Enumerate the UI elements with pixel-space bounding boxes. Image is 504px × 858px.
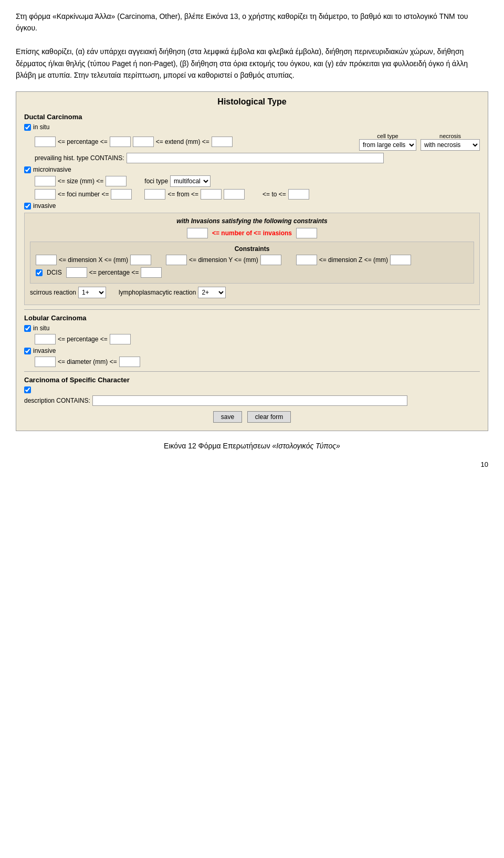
dcis-checkbox[interactable]	[36, 269, 43, 276]
in-situ-label: in situ	[33, 123, 49, 131]
invasions-label: <= number of <= invasions	[212, 229, 292, 237]
reaction-row: scirrous reaction 1+ 2+ 3+ none lymphopl…	[30, 287, 474, 298]
from-val[interactable]	[224, 189, 245, 200]
lobular-diameter-row: <= diameter (mm) <=	[35, 357, 480, 367]
save-button[interactable]: save	[213, 411, 242, 423]
scirrous-select[interactable]: 1+ 2+ 3+ none	[78, 287, 106, 298]
invasions-max[interactable]	[296, 228, 317, 238]
cell-type-col-label: cell type	[377, 133, 398, 139]
from-max[interactable]	[201, 189, 222, 200]
form-buttons: save clear form	[24, 411, 480, 423]
in-situ-details-row: <= percentage <= <= extend (mm) <= cell …	[35, 133, 480, 151]
intro-paragraph1: Στη φόρμα «Καρκίνωμα Άλλα» (Carcinoma, O…	[16, 11, 488, 34]
size-max[interactable]	[106, 176, 127, 186]
lympho-label: lymphoplasmacytic reaction	[119, 289, 196, 296]
dim-x-max[interactable]	[130, 255, 151, 265]
foci-type-label: foci type	[144, 177, 168, 185]
lobular-in-situ-row: in situ	[24, 325, 480, 332]
dcis-pct-max[interactable]	[141, 267, 162, 278]
necrosis-select[interactable]: with necrosis without necrosis comedo	[421, 139, 480, 151]
lobular-diam-max[interactable]	[119, 357, 140, 367]
figure-caption: Εικόνα 12 Φόρμα Επερωτήσεων «Ιστολογικός…	[16, 442, 488, 450]
invasive-row: invasive	[24, 202, 480, 210]
dim-z-label: <= dimension Z <= (mm)	[319, 256, 388, 264]
invasive-checkbox[interactable]	[24, 203, 31, 210]
prevailing-label: prevailing hist. type CONTAINS:	[35, 154, 124, 162]
carcinoma-specific-checkbox[interactable]	[24, 386, 31, 393]
microinvasive-row: microinvasive	[24, 166, 480, 173]
in-situ-pct-label: <= percentage <=	[58, 138, 108, 145]
invasive-label: invasive	[33, 202, 56, 210]
to-val[interactable]	[288, 189, 309, 200]
lobular-invasive-checkbox[interactable]	[24, 348, 31, 354]
lobular-pct-label: <= percentage <=	[58, 336, 108, 343]
from-min[interactable]	[144, 189, 165, 200]
microinvasive-label: microinvasive	[33, 166, 71, 173]
dim-y-max[interactable]	[260, 255, 281, 265]
intro-section: Στη φόρμα «Καρκίνωμα Άλλα» (Carcinoma, O…	[16, 11, 488, 81]
in-situ-checkbox[interactable]	[24, 124, 31, 131]
foci-number-label: <= foci number <=	[58, 191, 109, 198]
microinvasive-checkbox[interactable]	[24, 166, 31, 173]
form-title: Histological Type	[24, 97, 480, 107]
to-label: <= to <=	[262, 191, 286, 198]
in-situ-extend-label: <= extend (mm) <=	[156, 138, 209, 145]
ductal-carcinoma-header: Ductal Carcinoma	[24, 113, 480, 121]
constraints-title: Constraints	[36, 245, 468, 253]
lobular-diam-label: <= diameter (mm) <=	[58, 358, 117, 365]
foci-num-min[interactable]	[35, 189, 56, 200]
dcis-label: DCIS	[47, 269, 62, 276]
constraints-box: Constraints <= dimension X <= (mm) <= di…	[30, 242, 474, 284]
dcis-pct-min[interactable]	[66, 267, 87, 278]
dim-z-min[interactable]	[296, 255, 317, 265]
description-input[interactable]	[92, 395, 407, 406]
histological-type-form: Histological Type Ductal Carcinoma in si…	[16, 91, 488, 431]
dcis-pct-label: <= percentage <=	[89, 269, 139, 276]
cell-type-select[interactable]: from large cells from small cells mixed	[359, 139, 416, 151]
in-situ-pct-min[interactable]	[35, 137, 56, 147]
dim-z-max[interactable]	[390, 255, 411, 265]
invasive-subsection: with Invasions satisfying the following …	[24, 213, 480, 305]
lympho-select[interactable]: 1+ 2+ 3+ none	[198, 287, 226, 298]
description-row: description CONTAINS:	[24, 395, 480, 406]
in-situ-extend-max[interactable]	[212, 137, 233, 147]
invasions-min[interactable]	[187, 228, 208, 238]
constraints-subtitle: with Invasions satisfying the following …	[30, 217, 474, 225]
in-situ-extend-min[interactable]	[133, 137, 154, 147]
lobular-diam-min[interactable]	[35, 357, 56, 367]
foci-num-max[interactable]	[111, 189, 132, 200]
lobular-pct-min[interactable]	[35, 334, 56, 344]
foci-type-select[interactable]: multifocal unifocal bilateral	[170, 175, 211, 187]
dimension-row: <= dimension X <= (mm) <= dimension Y <=…	[36, 255, 468, 265]
prevailing-input[interactable]	[127, 153, 384, 163]
carcinoma-specific-checkbox-row	[24, 386, 480, 393]
page-number: 10	[16, 461, 488, 468]
size-min[interactable]	[35, 176, 56, 186]
invasions-num-row: <= number of <= invasions	[30, 228, 474, 238]
microinvasive-size-row: <= size (mm) <= foci type multifocal uni…	[35, 175, 480, 187]
lobular-in-situ-label: in situ	[33, 325, 49, 332]
dim-y-min[interactable]	[166, 255, 187, 265]
in-situ-row: in situ	[24, 123, 480, 131]
description-label: description CONTAINS:	[24, 397, 90, 404]
intro-paragraph2: Επίσης καθορίζει, (α) εάν υπάρχει αγγεια…	[16, 46, 488, 81]
necrosis-col-label: necrosis	[439, 133, 461, 139]
from-label: <= from <=	[167, 191, 198, 198]
clear-button[interactable]: clear form	[247, 411, 291, 423]
lobular-carcinoma-header: Lobular Carcinoma	[24, 314, 480, 322]
lobular-pct-max[interactable]	[110, 334, 131, 344]
lobular-in-situ-checkbox[interactable]	[24, 325, 31, 332]
size-label: <= size (mm) <=	[58, 177, 103, 185]
in-situ-pct-max[interactable]	[110, 137, 131, 147]
carcinoma-specific-header: Carcinoma of Specific Character	[24, 376, 480, 384]
prevailing-row: prevailing hist. type CONTAINS:	[35, 153, 480, 163]
scirrous-label: scirrous reaction	[30, 289, 76, 296]
dim-x-min[interactable]	[36, 255, 57, 265]
lobular-pct-row: <= percentage <=	[35, 334, 480, 344]
dcis-row: DCIS <= percentage <=	[36, 267, 468, 278]
lobular-invasive-row: invasive	[24, 347, 480, 354]
caption-text: Εικόνα 12 Φόρμα Επερωτήσεων «Ιστολογικός…	[164, 442, 340, 450]
microinvasive-foci-row: <= foci number <= <= from <= <= to <=	[35, 189, 480, 200]
dim-x-label: <= dimension X <= (mm)	[59, 256, 128, 264]
dim-y-label: <= dimension Y <= (mm)	[189, 256, 258, 264]
